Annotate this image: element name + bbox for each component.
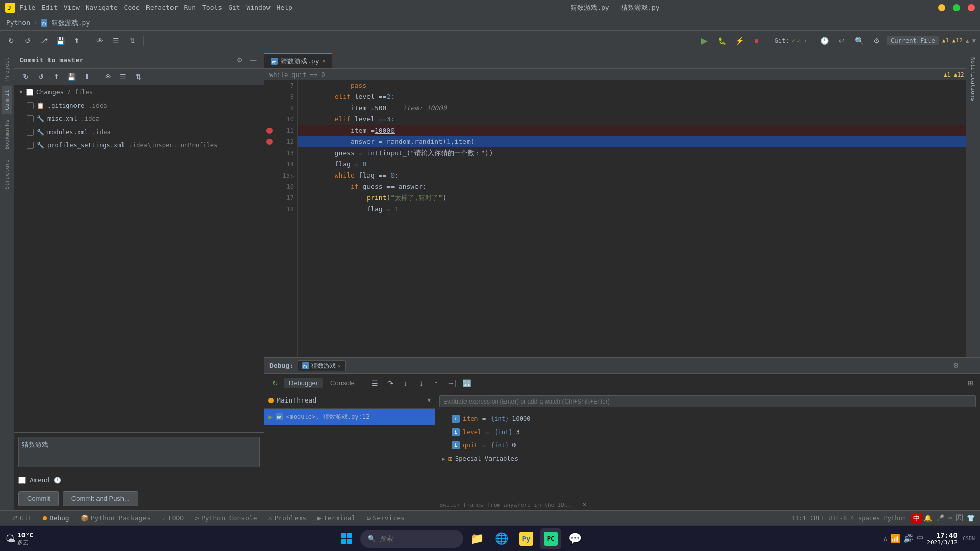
list-button[interactable]: ☰	[109, 34, 123, 48]
rerun-button[interactable]: ↻	[268, 377, 282, 390]
taskbar-python-button[interactable]: Py	[516, 528, 537, 549]
chevron-up-icon[interactable]: ▲	[966, 37, 969, 44]
restore-views-button[interactable]: ⊞	[965, 378, 976, 389]
windows-start-button[interactable]	[336, 528, 357, 549]
commit-button[interactable]: Commit	[18, 491, 59, 506]
project-tab[interactable]: Project	[2, 53, 12, 85]
bookmarks-tab[interactable]: Bookmarks	[2, 115, 12, 154]
debug-tab-close[interactable]: ✕	[338, 363, 341, 369]
debugger-tab-button[interactable]: Debugger	[284, 378, 323, 388]
commit-tab[interactable]: Commit	[2, 86, 12, 114]
special-vars-item[interactable]: ▶ ⊞ Special Variables	[435, 452, 980, 465]
step-over-button[interactable]: ↷	[384, 377, 397, 390]
git-status-tab[interactable]: ⎇ Git	[5, 512, 37, 524]
debug-minimize-button[interactable]: —	[964, 360, 975, 371]
debug-run-button[interactable]: 🐛	[715, 34, 729, 48]
panel-minimize-button[interactable]: —	[248, 54, 259, 65]
file-checkbox-4[interactable]	[27, 142, 34, 149]
menu-navigate[interactable]: Navigate	[86, 4, 118, 11]
var-item-level[interactable]: i level = {int} 3	[435, 425, 980, 439]
refresh-changes-button[interactable]: ↻	[18, 70, 33, 84]
menu-help[interactable]: Help	[277, 4, 292, 11]
debug-settings-button[interactable]: ⚙	[950, 360, 962, 371]
editor-tab-main[interactable]: py 猜数游戏.py ✕	[264, 53, 332, 68]
stage-button[interactable]: ⬆	[49, 70, 63, 84]
close-hint-button[interactable]: ✕	[582, 502, 587, 508]
diff-settings-button[interactable]: ☰	[116, 70, 130, 84]
panel-settings-button[interactable]: ⚙	[234, 54, 246, 65]
menu-edit[interactable]: Edit	[41, 4, 57, 11]
taskbar-files-button[interactable]: 📁	[467, 528, 488, 549]
branch-button[interactable]: ⎇	[37, 34, 51, 48]
stop-button[interactable]: ■	[749, 34, 764, 48]
step-into-my-code-button[interactable]: ⤵	[414, 377, 428, 390]
list-item[interactable]: 🔧 modules.xml .idea	[14, 126, 264, 139]
debug-file-tab[interactable]: py 猜数游戏 ✕	[298, 360, 346, 371]
show-threads-button[interactable]: ☰	[369, 377, 382, 390]
python-console-tab[interactable]: > Python Console	[190, 512, 262, 524]
changes-checkbox[interactable]	[26, 89, 33, 96]
terminal-tab[interactable]: ▶ Terminal	[312, 512, 360, 524]
menu-window[interactable]: Window	[247, 4, 271, 11]
settings-button[interactable]: ⚙	[869, 34, 884, 48]
python-packages-tab[interactable]: 📦 Python Packages	[76, 512, 156, 524]
taskbar-pycharm-button[interactable]: PC	[540, 528, 561, 549]
step-out-button[interactable]: ↑	[430, 377, 443, 390]
file-checkbox-3[interactable]	[27, 129, 34, 136]
file-checkbox-2[interactable]	[27, 115, 34, 122]
todo-tab[interactable]: ☑ TODO	[157, 512, 189, 524]
services-tab[interactable]: ⚙ Services	[361, 512, 409, 524]
console-tab-button[interactable]: Console	[325, 378, 360, 388]
search-button[interactable]: 🔍	[852, 34, 866, 48]
amend-checkbox[interactable]	[18, 477, 26, 484]
save-stash-button[interactable]: 💾	[64, 70, 79, 84]
thread-dropdown-arrow[interactable]: ▼	[427, 397, 431, 404]
sort-button[interactable]: ⇅	[125, 34, 139, 48]
debug-status-tab[interactable]: Debug	[38, 512, 74, 524]
undo-button[interactable]: ↩	[835, 34, 849, 48]
close-button[interactable]	[968, 4, 975, 11]
menu-code[interactable]: Code	[124, 4, 140, 11]
menu-refactor[interactable]: Refactor	[146, 4, 178, 11]
step-into-button[interactable]: ↓	[399, 377, 412, 390]
taskbar-browser-button[interactable]: 🌐	[491, 528, 512, 549]
apply-stash-button[interactable]: ⬇	[80, 70, 94, 84]
evaluate-button[interactable]: 🔢	[460, 377, 474, 390]
taskbar-search-input[interactable]	[380, 535, 456, 542]
tab-close-button[interactable]: ✕	[322, 58, 326, 64]
changes-arrow[interactable]: ▼	[19, 89, 23, 95]
chevron-down-icon[interactable]: ▼	[972, 37, 976, 44]
breadcrumb-file[interactable]: 猜数游戏.py	[52, 18, 90, 28]
run-to-cursor-button[interactable]: →|	[445, 377, 458, 390]
maximize-button[interactable]	[953, 4, 960, 11]
code-content[interactable]: pass elif level ==2: item =500 item: 100…	[298, 80, 976, 357]
group-button[interactable]: ⇅	[131, 70, 145, 84]
upload-button[interactable]: ⬆	[69, 34, 84, 48]
coverage-button[interactable]: ⚡	[732, 34, 746, 48]
current-file-badge[interactable]: Current File	[887, 36, 939, 45]
list-item[interactable]: 🔧 profiles_settings.xml .idea\inspection…	[14, 139, 264, 152]
view-options-button[interactable]: 👁	[101, 70, 115, 84]
undo-changes-button[interactable]: ↺	[34, 70, 48, 84]
list-item[interactable]: 📋 .gitignore .idea	[14, 99, 264, 112]
eval-input[interactable]	[439, 395, 976, 407]
frame-item[interactable]: ▶ py <module>, 猜数游戏.py:12	[264, 409, 435, 425]
run-button[interactable]: ▶	[697, 34, 712, 48]
var-item-quit[interactable]: i quit = {int} 0	[435, 439, 980, 452]
var-item-item[interactable]: i item = {int} 10000	[435, 412, 980, 425]
taskbar-wechat-button[interactable]: 💬	[565, 528, 586, 549]
menu-run[interactable]: Run	[184, 4, 196, 11]
menu-tools[interactable]: Tools	[202, 4, 222, 11]
menu-git[interactable]: Git	[228, 4, 240, 11]
breadcrumb-python[interactable]: Python	[6, 19, 30, 27]
refresh-button[interactable]: ↻	[4, 34, 18, 48]
taskbar-search-bar[interactable]: 🔍	[360, 530, 463, 548]
system-tray-arrow[interactable]: ∧	[883, 535, 887, 542]
minimize-button[interactable]	[938, 4, 945, 11]
menu-file[interactable]: File	[19, 4, 35, 11]
file-checkbox-1[interactable]	[27, 102, 34, 109]
problems-tab[interactable]: ⚠ Problems	[263, 512, 311, 524]
commit-and-push-button[interactable]: Commit and Push...	[63, 491, 138, 506]
history-button[interactable]: 🕐	[817, 34, 831, 48]
save-button[interactable]: 💾	[53, 34, 67, 48]
